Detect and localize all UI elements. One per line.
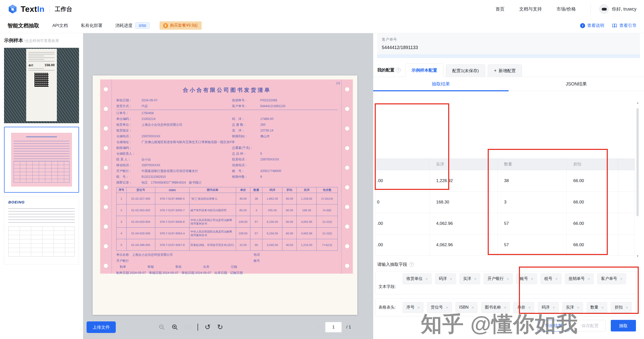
tab-config1-unsaved[interactable]: 配置1(未保存)	[446, 64, 485, 77]
chip-remove-icon[interactable]: ×	[553, 305, 555, 310]
sample-thumbnail-invoice-selected[interactable]	[4, 127, 79, 193]
field-chip[interactable]: 实洋 ×	[562, 302, 583, 313]
table-fields-box: 表格表头: 序号 × 货位号 × ISBN ×	[375, 298, 636, 316]
invoice-field-row: 移动电话： 159700XXXX 传真电话：	[116, 162, 338, 168]
export-results-button[interactable]: 导出结果	[538, 320, 569, 331]
invoice-field-row: 税 号： 91321311562910 铁路件数： 9	[116, 174, 338, 180]
chip-remove-icon[interactable]: ×	[507, 277, 509, 281]
field-chip[interactable]: ISBN ×	[456, 302, 478, 313]
chip-remove-icon[interactable]: ×	[588, 277, 590, 281]
punch-holes-left	[100, 79, 112, 274]
chip-remove-icon[interactable]: ×	[446, 305, 448, 310]
field-chip[interactable]: 收货单位 ×	[403, 273, 432, 284]
upload-file-button[interactable]: 上传文件	[87, 321, 116, 333]
invoice-form: 1/1 合小合有限公司图书发货清单 审批日期： 2024-05-07 批销单号：…	[100, 79, 353, 274]
field-chip[interactable]: 税号 ×	[541, 273, 561, 284]
field-chip[interactable]: 单价 ×	[513, 302, 534, 313]
buy-package-button[interactable]: ¥ 购买套餐¥9.9起	[160, 21, 202, 30]
nav-api-docs[interactable]: API文档	[52, 23, 68, 28]
view-guide-label: 查看引导	[619, 23, 636, 28]
nav-home[interactable]: 首页	[496, 6, 505, 12]
product-subnav: 智能文档抽取 API文档 私有化部署 消耗进度 0/50 ¥ 购买套餐¥9.9起…	[0, 18, 644, 33]
chip-remove-icon[interactable]: ×	[531, 277, 533, 281]
field-chip[interactable]: 数量 ×	[587, 302, 608, 313]
receipt-qr-code	[34, 73, 49, 87]
field-chip[interactable]: 折扣 ×	[611, 302, 632, 313]
extraction-panel: i 利用智能文档抽取技术，智能理解与抽取各类文档中的关键信息 推荐适用场景：国际…	[373, 33, 644, 339]
chip-remove-icon[interactable]: ×	[601, 305, 604, 310]
user-avatar[interactable]	[599, 4, 609, 14]
chip-remove-icon[interactable]: ×	[577, 305, 579, 310]
tab-extraction-result[interactable]: 抽取结果	[373, 77, 509, 91]
view-guide-link[interactable]: 查看引导	[612, 23, 636, 28]
chip-remove-icon[interactable]: ×	[620, 277, 622, 281]
invoice-field-row: 邮政编码： 总重量(千克)：	[116, 145, 338, 151]
page-number-input[interactable]	[325, 322, 342, 332]
field-chip[interactable]: 图书名称 ×	[481, 302, 510, 313]
user-greeting: 你好, truwcy	[612, 6, 636, 12]
view-instructions-link[interactable]: i 查看说明	[580, 23, 604, 28]
invoice-field-row: 收货指定： 实 洋： 10739.14	[116, 128, 338, 134]
header-nav: 首页 文档与支持 市场/价格 你好, truwcy	[496, 4, 636, 14]
invoice-sign-row: 制单审核审批出库记账	[116, 264, 245, 270]
next-page-icon[interactable]: ›	[356, 323, 358, 331]
sample-thumbnail-boeing-doc[interactable]: BOEING	[4, 196, 79, 265]
zoom-out-icon[interactable]	[159, 324, 165, 330]
scrollbar-thumb[interactable]	[636, 108, 639, 216]
tab-new-config[interactable]: +新增配置	[488, 64, 522, 77]
chip-remove-icon[interactable]: ×	[626, 305, 628, 310]
tab-sample-config[interactable]: 示例样本配置	[405, 63, 443, 77]
sample-thumbnail-receipt[interactable]: 合计 158.00	[4, 48, 79, 123]
chip-remove-icon[interactable]: ×	[504, 305, 506, 310]
field-chip[interactable]: 码洋 ×	[435, 273, 456, 284]
rotate-left-icon[interactable]: ↺	[205, 324, 210, 331]
field-chip[interactable]: 账号 ×	[516, 273, 537, 284]
rotate-right-icon[interactable]: ↻	[217, 324, 223, 331]
viewer-toolbar: 1:1 ↺ ↻	[159, 321, 223, 333]
prev-page-icon[interactable]: ‹	[318, 323, 321, 331]
invoice-field-row: 仓储电话： 159700XXXX 铁路到站： 佛山市	[116, 134, 338, 139]
field-chip[interactable]: 批销单号 ×	[565, 273, 594, 284]
field-chip[interactable]: 序号 ×	[403, 302, 424, 313]
field-chip[interactable]: 实洋 ×	[460, 273, 480, 284]
invoice-preview	[11, 133, 72, 187]
chip-remove-icon[interactable]: ×	[474, 277, 477, 281]
text-field-chips: 收货单位 × 码洋 × 实洋 × 开户银行 ×	[403, 273, 626, 292]
quota-badge: 0/50	[135, 22, 149, 29]
chip-remove-icon[interactable]: ×	[450, 277, 452, 281]
fields-question-icon[interactable]: ?	[409, 262, 414, 267]
nav-private-deploy[interactable]: 私有化部署	[81, 23, 102, 28]
save-config-button[interactable]: 保存配置	[574, 320, 606, 331]
help-question-icon[interactable]: ?	[396, 68, 401, 72]
chip-remove-icon[interactable]: ×	[472, 305, 474, 310]
invoice-content: 1/1 合小合有限公司图书发货清单 审批日期： 2024-05-07 批销单号：…	[112, 79, 341, 274]
field-chip[interactable]: 客户单号 ×	[597, 273, 626, 284]
scroll-down-icon[interactable]: ▼	[636, 255, 639, 258]
chip-remove-icon[interactable]: ×	[555, 277, 558, 281]
chip-remove-icon[interactable]: ×	[528, 305, 531, 310]
scroll-up-icon[interactable]: ▲	[636, 101, 640, 104]
field-chip[interactable]: 开户银行 ×	[484, 273, 513, 284]
invoice-field-row: 联 系 人： 合小合 联系电话： 159700XXXX	[116, 157, 338, 162]
textin-logo[interactable]: TextIn	[8, 4, 45, 14]
chip-remove-icon[interactable]: ×	[418, 305, 420, 310]
user-menu[interactable]: 你好, truwcy	[590, 4, 636, 14]
nav-docs-support[interactable]: 文档与支持	[519, 6, 542, 12]
text-fields-box: 文本字段: 收货单位 × 码洋 × 实洋 ×	[375, 271, 636, 294]
nav-market-pricing[interactable]: 市场/价格	[556, 6, 576, 12]
field-chip[interactable]: 货位号 ×	[427, 302, 452, 313]
quota-progress: 消耗进度 0/50	[115, 22, 149, 29]
document-page: 1/1 合小合有限公司图书发货清单 审批日期： 2024-05-07 批销单号：…	[93, 75, 357, 315]
boeing-logo-text: BOEING	[8, 200, 75, 204]
tab-json-result[interactable]: JSON结果	[509, 77, 644, 91]
table-field-chips: 序号 × 货位号 × ISBN × 图书名称	[403, 302, 632, 313]
zoom-in-icon[interactable]	[172, 324, 178, 330]
invoice-field-rows: 审批日期： 2024-05-07 批销单号： PXD222085 发货方式： 汽…	[116, 98, 338, 186]
actual-size-icon[interactable]: 1:1	[185, 325, 191, 329]
result-scrollbar[interactable]: ▲ ▼	[636, 101, 640, 258]
view-instructions-label: 查看说明	[587, 23, 604, 28]
chip-remove-icon[interactable]: ×	[426, 277, 428, 281]
field-chip[interactable]: 码洋 ×	[538, 302, 559, 313]
extract-button[interactable]: 抽取	[611, 320, 636, 331]
invoice-page-number: 1/1	[336, 81, 340, 85]
